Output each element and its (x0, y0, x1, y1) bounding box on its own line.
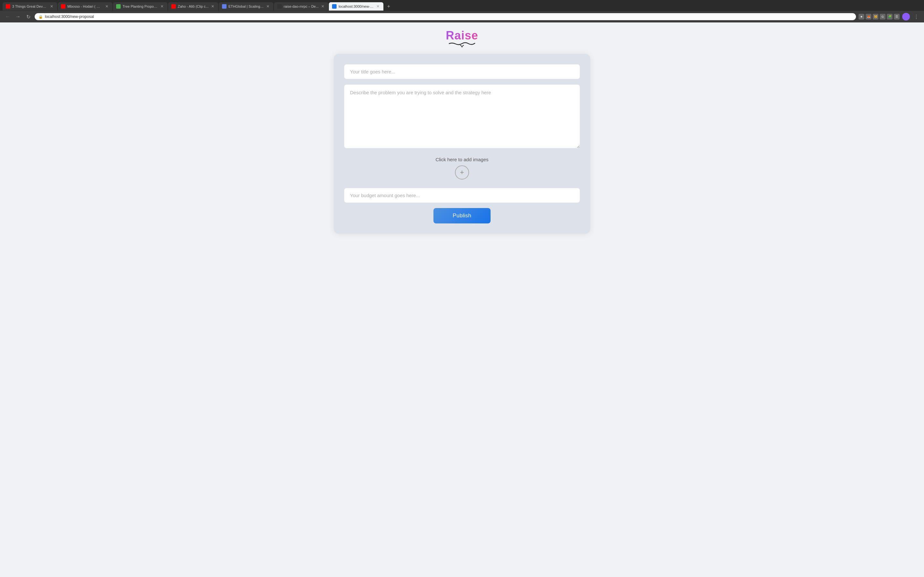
browser-chrome: 3 Things Great Devel... ✕ Mbosso - Hodar… (0, 0, 924, 23)
tab-close-6[interactable]: ✕ (320, 4, 325, 9)
ext-1[interactable]: 🦊 (866, 14, 871, 19)
tab-label-6: raise-dao-mrpc – De... (284, 5, 318, 8)
tab-label-1: 3 Things Great Devel... (12, 5, 47, 8)
tab-favicon-7 (332, 4, 336, 9)
lock-icon: 🔒 (39, 15, 43, 19)
tab-label-7: localhost:3000/new-p... (338, 5, 374, 8)
profile-avatar[interactable] (902, 13, 910, 21)
menu-button[interactable]: ⋮ (913, 14, 920, 20)
tab-close-1[interactable]: ✕ (49, 4, 54, 9)
budget-input[interactable] (344, 188, 580, 203)
star-icon[interactable]: ★ (859, 14, 864, 19)
image-upload-area[interactable]: Click here to add images + (344, 153, 580, 183)
ext-2[interactable]: 🐱 (873, 14, 879, 19)
tab-favicon-3 (116, 4, 121, 9)
ext-3[interactable]: G (880, 14, 885, 19)
tab-favicon-6 (277, 4, 282, 9)
tab-favicon-5 (222, 4, 226, 9)
tab-label-5: ETHGlobal | Scaling E... (228, 5, 264, 8)
extension-icons: ★ 🦊 🐱 G 🧩 ☰ (859, 14, 900, 19)
forward-button[interactable]: → (14, 14, 22, 19)
plus-icon: + (460, 168, 464, 177)
tab-5[interactable]: ETHGlobal | Scaling E... ✕ (219, 2, 273, 11)
tab-favicon-1 (6, 4, 10, 9)
description-textarea[interactable] (344, 84, 580, 148)
tab-4[interactable]: Zaho - Allô (Clip c... ✕ (168, 2, 218, 11)
image-upload-label: Click here to add images (435, 157, 488, 162)
publish-button[interactable]: Publish (433, 208, 491, 223)
form-card: Click here to add images + Publish (334, 54, 590, 234)
address-bar: ← → ↻ 🔒 localhost:3000/new-proposal ★ 🦊 … (0, 11, 924, 23)
ext-5[interactable]: ☰ (894, 14, 900, 19)
tab-favicon-4 (171, 4, 176, 9)
new-tab-button[interactable]: + (384, 2, 393, 11)
logo-area: Raise (446, 29, 478, 47)
tab-7[interactable]: localhost:3000/new-p... ✕ (329, 2, 383, 11)
tab-favicon-2 (61, 4, 65, 9)
reload-button[interactable]: ↻ (24, 14, 32, 20)
url-bar[interactable]: 🔒 localhost:3000/new-proposal (35, 13, 856, 20)
tab-close-3[interactable]: ✕ (160, 4, 164, 9)
tab-close-5[interactable]: ✕ (266, 4, 270, 9)
tab-label-3: Tree Planting Propos... (123, 5, 158, 8)
tab-3[interactable]: Tree Planting Propos... ✕ (113, 2, 168, 11)
tab-close-4[interactable]: ✕ (210, 4, 215, 9)
page-content: Raise Click here to add images + Publish (0, 23, 924, 574)
tab-2[interactable]: Mbosso - Hodari ( Of... ✕ (58, 2, 112, 11)
tab-label-4: Zaho - Allô (Clip c... (178, 5, 208, 8)
url-text: localhost:3000/new-proposal (45, 15, 94, 19)
tab-label-2: Mbosso - Hodari ( Of... (67, 5, 103, 8)
back-button[interactable]: ← (4, 14, 11, 19)
tab-6[interactable]: raise-dao-mrpc – De... ✕ (274, 2, 328, 11)
tab-bar: 3 Things Great Devel... ✕ Mbosso - Hodar… (0, 0, 924, 11)
tab-1[interactable]: 3 Things Great Devel... ✕ (3, 2, 57, 11)
logo-text: Raise (446, 29, 478, 42)
ext-4[interactable]: 🧩 (887, 14, 893, 19)
tab-close-7[interactable]: ✕ (376, 4, 380, 9)
tab-close-2[interactable]: ✕ (105, 4, 109, 9)
add-image-button[interactable]: + (455, 165, 469, 179)
title-input[interactable] (344, 64, 580, 79)
